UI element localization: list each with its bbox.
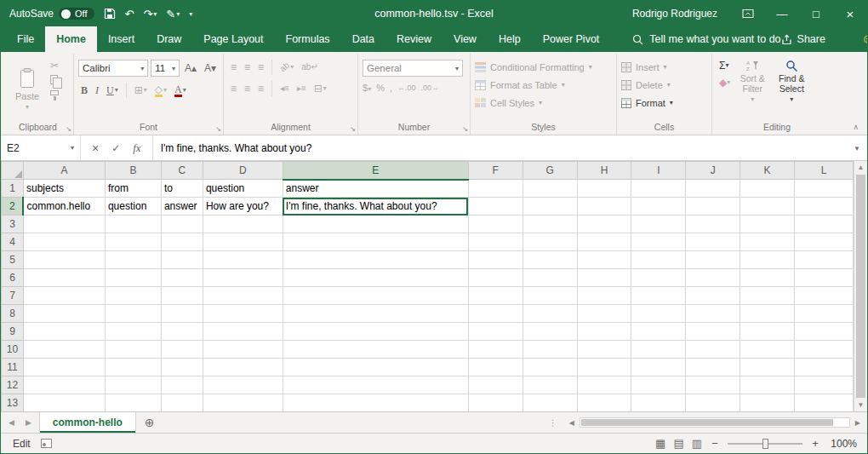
formula-input[interactable]: I'm fine, thanks. What about you? bbox=[153, 135, 847, 160]
cell-L7[interactable] bbox=[795, 287, 854, 305]
zoom-out-button[interactable]: − bbox=[710, 437, 720, 450]
close-button[interactable]: × bbox=[833, 1, 867, 26]
column-header-C[interactable]: C bbox=[161, 162, 203, 180]
cell-H13[interactable] bbox=[577, 394, 631, 412]
tab-view[interactable]: View bbox=[443, 26, 488, 52]
cell-I10[interactable] bbox=[631, 341, 686, 359]
zoom-in-button[interactable]: + bbox=[810, 437, 820, 450]
cell-C8[interactable] bbox=[161, 305, 203, 323]
cell-K10[interactable] bbox=[740, 341, 795, 359]
row-header-3[interactable]: 3 bbox=[2, 216, 24, 233]
cell-B11[interactable] bbox=[105, 359, 161, 376]
cell-J12[interactable] bbox=[686, 376, 740, 394]
cell-I8[interactable] bbox=[631, 305, 686, 323]
cell-B3[interactable] bbox=[105, 216, 161, 233]
cell-C11[interactable] bbox=[161, 359, 203, 376]
horizontal-scrollbar[interactable] bbox=[580, 417, 850, 428]
cell-L9[interactable] bbox=[795, 323, 854, 341]
cell-B7[interactable] bbox=[105, 287, 161, 305]
tab-splitter-icon[interactable]: ⋮ bbox=[549, 418, 557, 428]
hscroll-right-icon[interactable]: ▶ bbox=[853, 419, 863, 427]
cell-F8[interactable] bbox=[468, 305, 523, 323]
clear-button[interactable]: ◆▾ bbox=[719, 78, 730, 88]
cell-F1[interactable] bbox=[468, 180, 523, 198]
cell-J11[interactable] bbox=[686, 359, 740, 376]
align-left-button[interactable]: ≡ bbox=[228, 83, 239, 94]
share-button[interactable]: Share bbox=[781, 26, 825, 52]
cell-E3[interactable] bbox=[283, 216, 468, 233]
cell-K13[interactable] bbox=[740, 394, 795, 412]
cell-K5[interactable] bbox=[740, 251, 795, 269]
select-all-corner[interactable] bbox=[2, 162, 24, 180]
cell-E6[interactable] bbox=[283, 269, 468, 287]
cell-A4[interactable] bbox=[23, 233, 105, 251]
collapse-ribbon-icon[interactable]: ∧ bbox=[853, 123, 859, 131]
cell-G2[interactable] bbox=[523, 198, 577, 216]
user-name[interactable]: Rodrigo Rodriguez bbox=[632, 8, 717, 20]
tab-file[interactable]: File bbox=[6, 26, 45, 52]
cell-A13[interactable] bbox=[23, 394, 105, 412]
cell-D3[interactable] bbox=[203, 216, 283, 233]
cell-F10[interactable] bbox=[468, 341, 523, 359]
vertical-scrollbar[interactable]: ▲ ▼ bbox=[854, 161, 867, 411]
cell-A2[interactable]: common.hello bbox=[23, 198, 105, 216]
paste-button[interactable]: Paste ▾ bbox=[7, 56, 48, 121]
autosave-toggle[interactable]: AutoSave Off bbox=[9, 8, 94, 20]
cell-J2[interactable] bbox=[686, 198, 740, 216]
cell-I2[interactable] bbox=[631, 198, 686, 216]
cell-I9[interactable] bbox=[631, 323, 686, 341]
cell-C7[interactable] bbox=[161, 287, 203, 305]
row-header-7[interactable]: 7 bbox=[2, 287, 24, 305]
cell-F4[interactable] bbox=[468, 233, 523, 251]
cell-A11[interactable] bbox=[23, 359, 105, 376]
cell-C3[interactable] bbox=[161, 216, 203, 233]
scroll-down-icon[interactable]: ▼ bbox=[854, 399, 867, 411]
tab-insert[interactable]: Insert bbox=[97, 26, 146, 52]
cell-B9[interactable] bbox=[105, 323, 161, 341]
column-header-L[interactable]: L bbox=[795, 162, 854, 180]
cell-K8[interactable] bbox=[740, 305, 795, 323]
cell-B13[interactable] bbox=[105, 394, 161, 412]
column-header-G[interactable]: G bbox=[523, 162, 577, 180]
cell-A9[interactable] bbox=[23, 323, 105, 341]
tell-me-box[interactable]: Tell me what you want to do bbox=[632, 26, 780, 52]
tab-power-pivot[interactable]: Power Pivot bbox=[532, 26, 611, 52]
cell-F5[interactable] bbox=[468, 251, 523, 269]
column-header-F[interactable]: F bbox=[468, 162, 523, 180]
row-header-10[interactable]: 10 bbox=[2, 341, 24, 359]
save-button[interactable] bbox=[104, 8, 116, 20]
ribbon-display-options-button[interactable] bbox=[731, 1, 765, 26]
cell-I3[interactable] bbox=[631, 216, 686, 233]
align-right-button[interactable]: ≡ bbox=[255, 83, 266, 94]
cell-F11[interactable] bbox=[468, 359, 523, 376]
fill-color-button[interactable]: ◇▾ bbox=[152, 84, 169, 97]
cut-button[interactable]: ✂ bbox=[50, 60, 59, 71]
column-header-K[interactable]: K bbox=[740, 162, 795, 180]
cell-K6[interactable] bbox=[740, 269, 795, 287]
cell-B6[interactable] bbox=[105, 269, 161, 287]
cell-styles-button[interactable]: Cell Styles ▾ bbox=[475, 94, 612, 112]
grow-font-button[interactable]: A▴ bbox=[182, 63, 199, 73]
font-size-combo[interactable]: 11▾ bbox=[151, 60, 180, 77]
cell-B8[interactable] bbox=[105, 305, 161, 323]
cell-D11[interactable] bbox=[203, 359, 283, 376]
cell-C13[interactable] bbox=[161, 394, 203, 412]
format-painter-button[interactable] bbox=[50, 89, 59, 95]
shrink-font-button[interactable]: A▾ bbox=[202, 63, 219, 73]
vertical-scroll-thumb[interactable] bbox=[856, 175, 865, 398]
tab-home[interactable]: Home bbox=[45, 26, 97, 52]
cell-H10[interactable] bbox=[577, 341, 631, 359]
cell-A12[interactable] bbox=[23, 376, 105, 394]
cell-C4[interactable] bbox=[161, 233, 203, 251]
cell-A10[interactable] bbox=[23, 341, 105, 359]
copy-button[interactable] bbox=[50, 75, 59, 84]
sort-filter-button[interactable]: AZ Sort & Filter ▾ bbox=[733, 56, 772, 121]
tab-help[interactable]: Help bbox=[488, 26, 532, 52]
cell-G8[interactable] bbox=[523, 305, 577, 323]
underline-button[interactable]: U▾ bbox=[104, 85, 121, 95]
cell-J5[interactable] bbox=[686, 251, 740, 269]
redo-button[interactable]: ↷▾ bbox=[143, 8, 157, 20]
cell-B2[interactable]: question bbox=[105, 198, 161, 216]
feedback-smiley-icon[interactable]: ☺ bbox=[861, 26, 868, 52]
cell-J9[interactable] bbox=[686, 323, 740, 341]
